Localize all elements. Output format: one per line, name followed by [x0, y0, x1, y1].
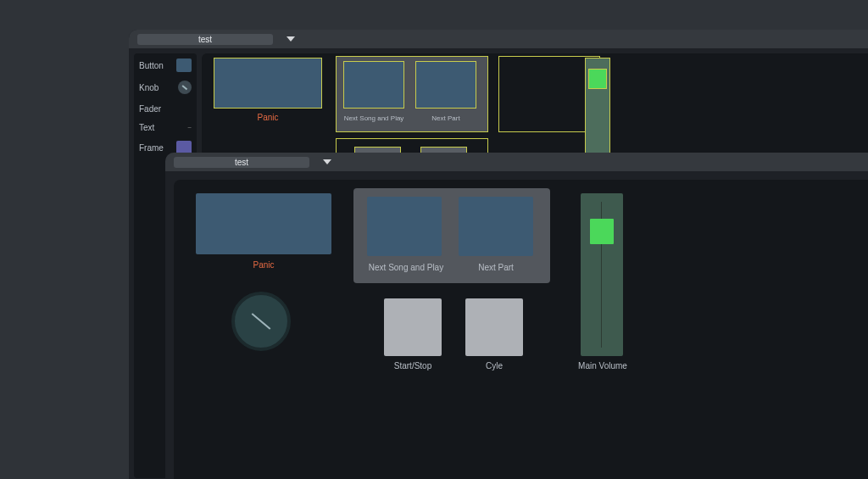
preset-dropdown[interactable]: test — [137, 34, 273, 45]
palette-button[interactable]: Button — [139, 58, 192, 72]
perform-window-front: test abc QC ⎋ Panic Next Song and Play N… — [165, 153, 868, 479]
cycle-label: Cyle — [465, 361, 523, 370]
cycle-pad[interactable] — [465, 298, 523, 356]
panic-button[interactable] — [196, 193, 331, 254]
knob-icon — [178, 81, 192, 94]
chevron-down-icon[interactable] — [323, 159, 331, 164]
main-volume-label: Main Volume — [572, 361, 633, 370]
fader-icon — [188, 103, 192, 114]
preset-name: test — [235, 158, 248, 167]
startstop-pad[interactable] — [384, 298, 442, 356]
panic-button-preview[interactable] — [214, 58, 322, 109]
next-song-label: Next Song and Play — [360, 263, 452, 272]
palette-button-label: Button — [139, 61, 164, 70]
titlebar-back: test abc QC ⎋ — [129, 30, 868, 48]
palette-frame-label: Frame — [139, 143, 164, 153]
next-song-button-preview[interactable] — [343, 61, 404, 109]
preset-dropdown[interactable]: test — [174, 157, 309, 168]
panic-label: Panic — [196, 260, 331, 270]
palette-fader[interactable]: Fader — [139, 103, 192, 114]
main-volume-fader[interactable] — [581, 193, 623, 356]
next-song-button[interactable] — [367, 197, 442, 256]
palette-knob-label: Knob — [139, 83, 159, 92]
next-part-label: Next Part — [415, 114, 476, 122]
next-part-label: Next Part — [459, 263, 533, 272]
next-part-button[interactable] — [459, 197, 533, 256]
next-song-label: Next Song and Play — [343, 114, 404, 122]
titlebar-front: test abc QC ⎋ — [165, 153, 868, 171]
next-part-button-preview[interactable] — [415, 61, 476, 109]
fader-thumb-preview[interactable] — [588, 69, 607, 89]
startstop-label: Start/Stop — [384, 361, 442, 370]
button-swatch-icon — [176, 58, 192, 72]
preset-name: test — [198, 35, 212, 44]
palette-text[interactable]: Text ~ — [139, 123, 192, 132]
palette-fader-label: Fader — [139, 104, 161, 114]
text-icon: ~ — [187, 124, 192, 131]
chevron-down-icon[interactable] — [287, 36, 295, 42]
palette-text-label: Text — [139, 123, 154, 132]
panic-label: Panic — [214, 113, 322, 122]
fader-thumb[interactable] — [590, 219, 614, 244]
knob-control[interactable] — [231, 292, 291, 351]
perform-canvas: Panic Next Song and Play Next Part Start… — [174, 180, 868, 479]
palette-knob[interactable]: Knob — [139, 81, 192, 94]
